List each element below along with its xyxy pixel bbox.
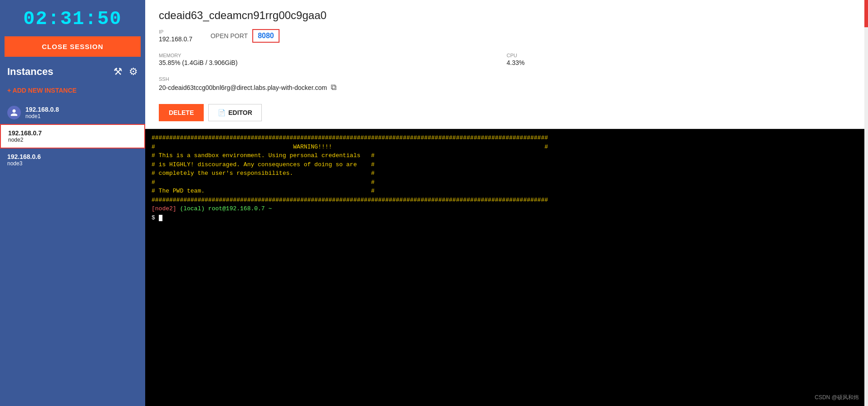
avatar-node1 — [7, 106, 21, 119]
instance-name-node3: node3 — [7, 160, 41, 167]
prompt-local: (local) — [177, 205, 205, 212]
instance-ip-node1: 192.168.0.8 — [25, 106, 59, 113]
ssh-value: 20-cdeaid63tccg00bnl6rg@direct.labs.play… — [159, 84, 327, 91]
editor-file-icon: 📄 — [218, 109, 226, 116]
instances-title: Instances — [7, 66, 54, 78]
terminal-cursor — [159, 215, 162, 221]
cpu-value: 4.33% — [507, 59, 855, 66]
instance-info-node2: 192.168.0.7 node2 — [8, 129, 42, 143]
delete-button[interactable]: DELETE — [159, 104, 204, 121]
editor-button[interactable]: 📄 EDITOR — [208, 104, 262, 121]
gear-icon[interactable]: ⚙ — [129, 66, 138, 78]
cpu-label: CPU — [507, 53, 855, 58]
prompt-node: [node2] — [152, 205, 177, 212]
terminal-prompt-line: [node2] (local) root@192.168.0.7 ~ $ — [152, 205, 272, 221]
mem-cpu-row: Memory 35.85% (1.4GiB / 3.906GiB) CPU 4.… — [159, 53, 854, 72]
port-box: 8080 — [252, 29, 280, 43]
instance-item-node3[interactable]: 192.168.0.6 node3 — [0, 149, 145, 171]
ssh-row: 20-cdeaid63tccg00bnl6rg@direct.labs.play… — [159, 83, 854, 92]
scrollbar[interactable] — [864, 0, 868, 406]
instance-info-node1: 192.168.0.8 node1 — [25, 106, 59, 119]
main-panel: cdeaid63_cdeamcn91rrg00c9gaa0 IP 192.168… — [145, 0, 868, 406]
timer-display: 02:31:50 — [0, 0, 145, 36]
scrollbar-thumb[interactable] — [864, 0, 868, 27]
prompt-user: root@192.168.0.7 ~ — [205, 205, 272, 212]
add-new-instance-link[interactable]: + ADD NEW INSTANCE — [0, 82, 145, 101]
terminal[interactable]: ########################################… — [145, 129, 868, 406]
instances-header: Instances ⚒ ⚙ — [0, 61, 145, 82]
watermark: CSDN @硕风和炜 — [814, 394, 859, 401]
ssh-info: SSH 20-cdeaid63tccg00bnl6rg@direct.labs.… — [159, 76, 854, 99]
instance-item-node1[interactable]: 192.168.0.8 node1 — [0, 101, 145, 124]
ssh-label: SSH — [159, 76, 854, 82]
open-port-container: OPEN PORT 8080 — [211, 29, 280, 43]
sidebar: 02:31:50 CLOSE SESSION Instances ⚒ ⚙ + A… — [0, 0, 145, 406]
ip-value: 192.168.0.7 — [159, 35, 192, 43]
instance-item-node2[interactable]: 192.168.0.7 node2 — [0, 124, 145, 149]
instance-title: cdeaid63_cdeamcn91rrg00c9gaa0 — [159, 9, 854, 22]
terminal-warning-line1: ########################################… — [152, 134, 548, 203]
memory-info: Memory 35.85% (1.4GiB / 3.906GiB) — [159, 53, 507, 66]
memory-label: Memory — [159, 53, 507, 58]
ip-info: IP 192.168.0.7 — [159, 29, 192, 43]
memory-value: 35.85% (1.4GiB / 3.906GiB) — [159, 59, 507, 66]
person-icon — [10, 109, 18, 117]
instance-ip-node3: 192.168.0.6 — [7, 153, 41, 160]
instance-name-node1: node1 — [25, 113, 59, 119]
port-link[interactable]: 8080 — [258, 32, 274, 40]
open-port-label: OPEN PORT — [211, 32, 248, 40]
editor-label: EDITOR — [228, 109, 252, 116]
ip-openport-row: IP 192.168.0.7 OPEN PORT 8080 — [159, 29, 854, 48]
instances-icons: ⚒ ⚙ — [113, 66, 138, 78]
copy-icon[interactable]: ⧉ — [331, 83, 337, 92]
top-panel: cdeaid63_cdeamcn91rrg00c9gaa0 IP 192.168… — [145, 0, 868, 129]
wrench-icon[interactable]: ⚒ — [113, 66, 123, 78]
close-session-button[interactable]: CLOSE SESSION — [5, 36, 141, 57]
instance-info-node3: 192.168.0.6 node3 — [7, 153, 41, 167]
ip-label: IP — [159, 29, 192, 35]
instance-ip-node2: 192.168.0.7 — [8, 129, 42, 137]
action-buttons: DELETE 📄 EDITOR — [159, 104, 854, 121]
cpu-info: CPU 4.33% — [507, 53, 855, 66]
instance-name-node2: node2 — [8, 137, 42, 143]
